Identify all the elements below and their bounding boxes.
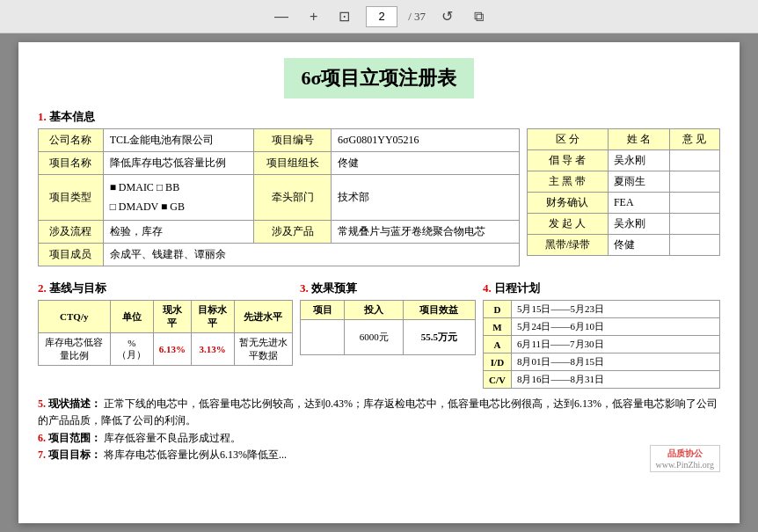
- project-type-label: 项目类型: [39, 175, 104, 221]
- table-row: 项目成员 余成平、钱建群、谭丽余: [39, 244, 520, 266]
- table-row: 发 起 人 吴永刚: [528, 214, 720, 235]
- col-name: 姓 名: [608, 129, 669, 150]
- role-2: 财务确认: [528, 193, 609, 214]
- table-row: 项目 投入 项目效益: [301, 301, 476, 320]
- table-row: D 5月15日——5月23日: [484, 301, 720, 318]
- side-roles-table: 区 分 姓 名 意 见 倡 导 者 吴永刚 主 黑 带 夏雨生: [527, 128, 720, 256]
- ctq-value: 库存电芯低容量比例: [39, 333, 111, 366]
- fit-page-button[interactable]: ⊡: [333, 6, 355, 26]
- product-value: 常规叠片与蓝牙卷绕聚合物电芯: [332, 221, 520, 244]
- logo-line2: www.PinZhi.org: [656, 460, 714, 470]
- comment-1: [669, 171, 719, 193]
- section1-header: 1. 基本信息: [38, 109, 720, 125]
- name-0: 吴永刚: [608, 150, 669, 171]
- name-1: 夏雨生: [608, 171, 669, 193]
- members-label: 项目成员: [39, 244, 104, 266]
- project-name-value: 降低库存电芯低容量比例: [103, 152, 254, 175]
- table-row: CTQ/y 单位 现水平 目标水平 先进水平: [39, 301, 293, 333]
- dept-label: 牵头部门: [254, 175, 332, 221]
- current-value: 6.13%: [153, 333, 191, 366]
- comment-3: [669, 214, 719, 235]
- effect-benefit: 55.5万元: [403, 320, 475, 355]
- table-row: 主 黑 带 夏雨生: [528, 171, 720, 193]
- col-role: 区 分: [528, 129, 609, 150]
- bottom-sections-row: 2. 基线与目标 CTQ/y 单位 现水平 目标水平 先进水平 库存电芯低容量比…: [38, 281, 720, 389]
- name-2: FEA: [608, 193, 669, 214]
- project-name-label: 项目名称: [39, 152, 104, 175]
- table-row: 公司名称 TCL金能电池有限公司 项目编号 6σG0801YY05216: [39, 129, 520, 152]
- benefit-col-header: 项目效益: [403, 301, 475, 320]
- basic-info-table: 公司名称 TCL金能电池有限公司 项目编号 6σG0801YY05216 项目名…: [38, 128, 520, 266]
- description-area: 5. 现状描述： 正常下线的电芯中，低容量电芯比例较高，达到0.43%；库存返检…: [38, 396, 720, 463]
- table-row: 黑带/绿带 佟健: [528, 235, 720, 256]
- table-row: 6000元 55.5万元: [301, 320, 476, 355]
- ctq-col-header: CTQ/y: [39, 301, 111, 333]
- split-button[interactable]: ⧉: [469, 7, 489, 26]
- section4-schedule: 4. 日程计划 D 5月15日——5月23日 M 5月24日——6月10日 A …: [483, 281, 720, 389]
- document-area: 6σ项目立项注册表 1. 基本信息 公司名称 TCL金能电池有限公司 项目编号 …: [0, 33, 758, 532]
- unit-value: %（月）: [110, 333, 153, 366]
- effect-table: 项目 投入 项目效益 6000元 55.5万元: [300, 300, 476, 355]
- comment-4: [669, 235, 719, 256]
- desc6-paragraph: 6. 项目范围： 库存低容量不良品形成过程。: [38, 430, 720, 447]
- page-number-input[interactable]: [366, 6, 397, 27]
- right-info-section: 区 分 姓 名 意 见 倡 导 者 吴永刚 主 黑 带 夏雨生: [527, 128, 720, 273]
- name-3: 吴永刚: [608, 214, 669, 235]
- phase-a: A: [484, 336, 512, 353]
- schedule-d: 5月15日——5月23日: [511, 301, 719, 318]
- table-row: 财务确认 FEA: [528, 193, 720, 214]
- comment-2: [669, 193, 719, 214]
- table-row: M 5月24日——6月10日: [484, 318, 720, 336]
- ctq-table: CTQ/y 单位 现水平 目标水平 先进水平 库存电芯低容量比例 %（月） 6.…: [38, 300, 293, 366]
- name-4: 佟健: [608, 235, 669, 256]
- minimize-button[interactable]: —: [269, 7, 294, 26]
- table-row: 区 分 姓 名 意 见: [528, 129, 720, 150]
- dept-value: 技术部: [332, 175, 520, 221]
- advanced-value: 暂无先进水平数据: [234, 333, 292, 366]
- process-value: 检验，库存: [103, 221, 254, 244]
- table-row: 项目名称 降低库存电芯低容量比例 项目组组长 佟健: [39, 152, 520, 175]
- current-col-header: 现水平: [153, 301, 191, 333]
- schedule-table: D 5月15日——5月23日 M 5月24日——6月10日 A 6月11日——7…: [483, 300, 720, 389]
- phase-d: D: [484, 301, 512, 318]
- project-leader-label: 项目组组长: [254, 152, 332, 175]
- phase-id: I/D: [484, 353, 512, 371]
- section2-header: 2. 基线与目标: [38, 281, 293, 296]
- input-col-header: 投入: [345, 301, 403, 320]
- col-comment: 意 见: [669, 129, 719, 150]
- page: 6σ项目立项注册表 1. 基本信息 公司名称 TCL金能电池有限公司 项目编号 …: [18, 42, 740, 523]
- role-0: 倡 导 者: [528, 150, 609, 171]
- section3-effect: 3. 效果预算 项目 投入 项目效益 6000元 55.5万元: [300, 281, 476, 389]
- role-4: 黑带/绿带: [528, 235, 609, 256]
- effect-item: [301, 320, 345, 355]
- main-info-row: 公司名称 TCL金能电池有限公司 项目编号 6σG0801YY05216 项目名…: [38, 128, 720, 273]
- zoom-in-button[interactable]: +: [304, 7, 323, 26]
- toolbar: — + ⊡ / 37 ↺ ⧉: [0, 0, 758, 33]
- table-row: 库存电芯低容量比例 %（月） 6.13% 3.13% 暂无先进水平数据: [39, 333, 293, 366]
- page-total: / 37: [408, 10, 426, 24]
- project-leader-value: 佟健: [332, 152, 520, 175]
- schedule-cv: 8月16日——8月31日: [511, 371, 719, 389]
- document-title: 6σ项目立项注册表: [284, 58, 475, 98]
- company-value: TCL金能电池有限公司: [103, 129, 254, 152]
- role-3: 发 起 人: [528, 214, 609, 235]
- table-row: C/V 8月16日——8月31日: [484, 371, 720, 389]
- desc7-paragraph: 7. 项目目标： 将库存电芯低容量比例从6.13%降低至...: [38, 447, 720, 463]
- desc7-text: 将库存电芯低容量比例从6.13%降低至...: [104, 448, 287, 461]
- rotate-button[interactable]: ↺: [436, 6, 458, 26]
- target-value: 3.13%: [191, 333, 234, 366]
- schedule-id: 8月01日——8月15日: [511, 353, 719, 371]
- role-1: 主 黑 带: [528, 171, 609, 193]
- desc6-text: 库存低容量不良品形成过程。: [104, 432, 241, 444]
- advanced-col-header: 先进水平: [234, 301, 292, 333]
- table-row: I/D 8月01日——8月15日: [484, 353, 720, 371]
- project-code-label: 项目编号: [254, 129, 332, 152]
- desc5-text: 正常下线的电芯中，低容量电芯比例较高，达到0.43%；库存返检电芯中，低容量电芯…: [38, 397, 718, 426]
- product-label: 涉及产品: [254, 221, 332, 244]
- logo-line1: 品质协公: [656, 448, 714, 460]
- project-type-value: ■ DMAIC □ BB□ DMADV ■ GB: [103, 175, 254, 221]
- item-col-header: 项目: [301, 301, 345, 320]
- schedule-a: 6月11日——7月30日: [511, 336, 719, 353]
- table-row: A 6月11日——7月30日: [484, 336, 720, 353]
- table-row: 项目类型 ■ DMAIC □ BB□ DMADV ■ GB 牵头部门 技术部: [39, 175, 520, 221]
